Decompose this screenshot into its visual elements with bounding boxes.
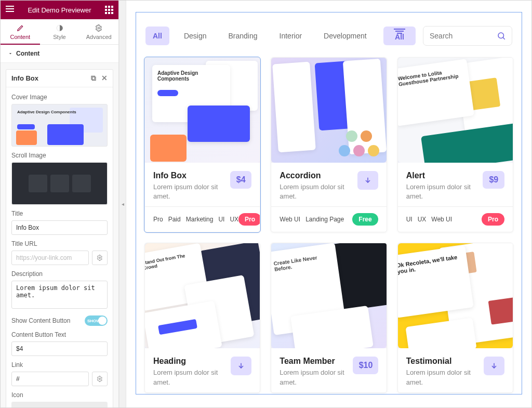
label-link: Link (11, 361, 108, 368)
demo-card[interactable]: Ok Recoleta, we'll take you in.Testimoni… (397, 243, 513, 392)
view-button[interactable] (357, 171, 378, 190)
label-description: Description (11, 270, 108, 278)
editor-header: Edit Demo Previewer (1, 1, 118, 19)
card-thumbnail: Create Like Never Before. (271, 243, 386, 348)
card-desc: Lorem ipsum dolor sit amet. (153, 182, 230, 201)
preview-frame: All Design Branding Interior Development… (136, 12, 522, 394)
filter-interior[interactable]: Interior (272, 27, 310, 45)
editor-tabs: Content Style Advanced (1, 19, 118, 45)
card-desc: Lorem ipsum dolor sit amet. (280, 182, 357, 201)
label-title-url: Title URL (11, 240, 108, 247)
cover-image-picker[interactable]: Adaptive Design Components (11, 104, 108, 147)
svg-point-2 (99, 257, 101, 259)
tab-style[interactable]: Style (40, 19, 79, 44)
demo-card[interactable]: Adaptive Design ComponentsInfo BoxLorem … (144, 57, 260, 232)
label-button-text: Content Button Text (11, 331, 108, 338)
card-thumbnail: Welcome to Lolita Guesthouse Partnership (398, 58, 513, 163)
tag: Paid (168, 216, 181, 223)
title-input[interactable] (11, 220, 108, 235)
card-desc: Lorem ipsum dolor sit amet. (406, 182, 483, 201)
demo-card[interactable]: AccordionLorem ipsum dolor sit amet.Web … (271, 57, 387, 232)
card-thumbnail: Ok Recoleta, we'll take you in. (398, 243, 513, 348)
panel-collapse-handle[interactable]: ◂ (119, 1, 126, 407)
description-input[interactable]: Lorem ipsum dolor sit amet. (11, 281, 108, 309)
card-title: Team Member (280, 357, 352, 366)
button-text-input[interactable] (11, 341, 108, 356)
card-thumbnail: Stand Out from The Crowd (145, 243, 260, 348)
card-title: Testimonial (406, 357, 484, 366)
price-pill: $9 (483, 171, 504, 189)
url-options-icon[interactable] (92, 251, 108, 265)
show-button-toggle[interactable]: SHOW (85, 315, 108, 326)
card-title: Info Box (153, 171, 230, 180)
duplicate-icon[interactable]: ⧉ (91, 74, 96, 83)
tab-advanced[interactable]: Advanced (79, 19, 118, 44)
tag: Web UI (280, 216, 300, 223)
price-pill: $10 (353, 357, 378, 374)
apps-icon[interactable] (105, 6, 113, 14)
card-desc: Lorem ipsum dolor sit amet. (153, 368, 231, 387)
label-title: Title (11, 210, 108, 217)
link-input[interactable] (11, 372, 89, 386)
plan-badge: Pro (238, 213, 260, 226)
card-title: Accordion (280, 171, 357, 180)
label-icon: Icon (11, 391, 108, 399)
card-thumbnail: Adaptive Design Components (145, 58, 260, 163)
scroll-image-picker[interactable] (11, 162, 108, 205)
card-title: Heading (153, 357, 231, 366)
tag: Landing Page (305, 216, 344, 223)
filter-design[interactable]: Design (177, 27, 214, 45)
header-title: Edit Demo Previewer (28, 6, 91, 14)
link-options-icon[interactable] (92, 372, 108, 386)
search-icon (497, 31, 506, 41)
filter-all[interactable]: All (145, 27, 169, 45)
price-pill: $4 (230, 171, 252, 189)
close-icon[interactable]: ✕ (101, 74, 108, 83)
menu-icon[interactable] (6, 6, 14, 12)
tab-content[interactable]: Content (1, 19, 40, 44)
demo-card[interactable]: Create Like Never Before.Team MemberLore… (271, 243, 387, 392)
filter-icon (395, 31, 404, 32)
title-url-input[interactable] (11, 251, 89, 265)
editor-panel: Edit Demo Previewer Content Style Advanc… (1, 1, 119, 407)
tag: Web UI (431, 216, 452, 223)
view-button[interactable] (231, 357, 251, 375)
widget-name: Info Box (11, 74, 38, 82)
filter-branding[interactable]: Branding (221, 27, 264, 45)
filter-dropdown[interactable]: All (383, 27, 416, 45)
plan-badge: Pro (482, 213, 504, 226)
filter-development[interactable]: Development (316, 27, 374, 45)
demo-card[interactable]: Stand Out from The CrowdHeadingLorem ips… (144, 243, 260, 392)
tag: UI (218, 216, 224, 223)
widget-card: Info Box ⧉ ✕ Cover Image Adaptive Design… (6, 69, 113, 407)
card-title: Alert (406, 171, 483, 180)
svg-point-1 (98, 27, 100, 29)
card-thumbnail (271, 58, 386, 163)
view-button[interactable] (484, 357, 504, 375)
tag: UX (230, 216, 238, 223)
card-desc: Lorem ipsum dolor sit amet. (280, 368, 352, 387)
label-cover-image: Cover Image (11, 94, 108, 101)
icon-picker[interactable] (11, 402, 108, 407)
demo-card[interactable]: Welcome to Lolita Guesthouse Partnership… (397, 57, 513, 232)
tag: UI (406, 216, 413, 223)
plan-badge: Free (352, 213, 378, 226)
tag: UX (418, 216, 427, 223)
tag: Marketing (186, 216, 214, 223)
section-toggle-content[interactable]: Content (1, 45, 118, 63)
card-desc: Lorem ipsum dolor sit amet. (406, 368, 484, 387)
label-scroll-image: Scroll Image (11, 152, 108, 159)
svg-point-4 (498, 33, 504, 38)
filter-bar: All Design Branding Interior Development (145, 27, 374, 45)
tag: Pro (153, 216, 163, 223)
label-show-button: Show Content Button (11, 317, 70, 324)
svg-point-3 (99, 378, 101, 380)
